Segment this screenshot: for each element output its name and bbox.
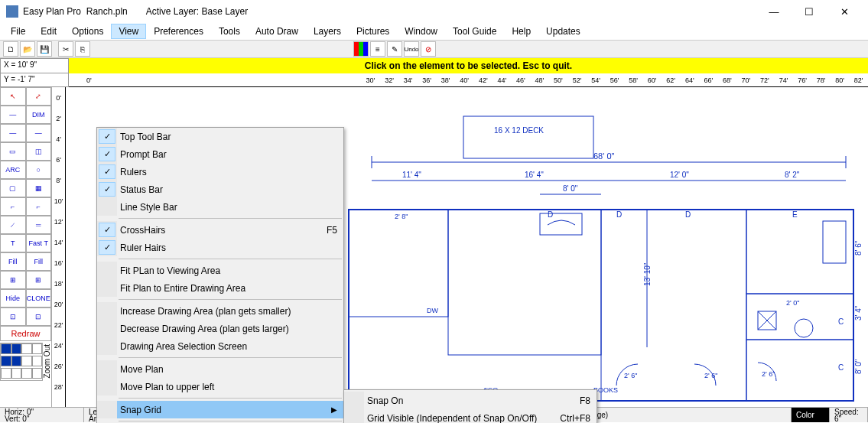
tool-cell[interactable]: ⊞ — [0, 271, 26, 289]
tool-cell[interactable]: Fast T — [26, 234, 52, 252]
tool-cell[interactable]: ═ — [26, 216, 52, 234]
tool-cell[interactable]: ↖ — [0, 87, 26, 106]
tool-cell[interactable]: — — [26, 124, 52, 142]
menu-item[interactable]: ✓Ruler Hairs — [97, 239, 343, 256]
status-color[interactable]: Color — [792, 408, 830, 422]
view-dropdown-menu[interactable]: ✓Top Tool Bar✓Prompt Bar✓Rulers✓Status B… — [96, 127, 344, 423]
menu-tools[interactable]: Tools — [211, 24, 248, 39]
menu-item[interactable]: Move Plan — [97, 360, 343, 378]
svg-text:16 X 12 DECK: 16 X 12 DECK — [494, 126, 544, 135]
menu-pictures[interactable]: Pictures — [349, 24, 397, 39]
tool-cell[interactable]: — — [0, 106, 26, 124]
tool-cell[interactable]: DIM — [26, 106, 52, 124]
undo-icon[interactable]: Undo — [404, 41, 419, 57]
svg-text:13' 10": 13' 10" — [643, 262, 652, 286]
menu-layers[interactable]: Layers — [306, 24, 349, 39]
menu-autodraw[interactable]: Auto Draw — [248, 24, 306, 39]
close-button[interactable]: ✕ — [827, 0, 862, 23]
color-swatch[interactable] — [1, 356, 11, 366]
tool-cell[interactable]: ⊞ — [26, 271, 52, 289]
tool-cell[interactable]: ⌐ — [26, 197, 52, 216]
tool-cell[interactable]: ⊡ — [26, 307, 52, 326]
menu-item[interactable]: Snap Grid▶ — [97, 401, 343, 418]
prompt-bar: Click on the element to be selected. Esc… — [69, 58, 868, 73]
menu-item[interactable]: ✓CrossHairsF5 — [97, 221, 343, 239]
tool-cell[interactable]: Fill — [0, 252, 26, 271]
menu-updates[interactable]: Updates — [538, 24, 588, 39]
svg-text:12' 0": 12' 0" — [670, 171, 689, 179]
copy-icon[interactable]: ⎘ — [75, 41, 90, 57]
menu-view[interactable]: View — [111, 24, 146, 39]
minimize-button[interactable]: — — [756, 0, 792, 23]
color-swatch[interactable] — [11, 356, 22, 366]
svg-text:16' 4": 16' 4" — [525, 171, 544, 179]
color-swatch[interactable] — [21, 368, 32, 379]
menu-item[interactable]: Increase Drawing Area (plan gets smaller… — [97, 302, 343, 320]
open-icon[interactable]: 📂 — [20, 41, 35, 57]
highlight-icon[interactable]: ✎ — [387, 41, 402, 57]
svg-rect-17 — [746, 210, 853, 294]
menu-item[interactable]: Move Plan to upper left — [97, 378, 343, 395]
svg-text:C: C — [838, 317, 844, 326]
menu-item[interactable]: ✓Top Tool Bar — [97, 128, 343, 145]
tool-cell[interactable]: ▭ — [0, 142, 26, 161]
redraw-button[interactable]: Redraw — [0, 326, 51, 341]
submenu-item[interactable]: Snap OnF8 — [344, 392, 597, 409]
maximize-button[interactable]: ☐ — [792, 0, 827, 23]
svg-text:D: D — [548, 210, 553, 219]
tool-cell[interactable]: CLONE — [26, 289, 52, 307]
svg-rect-30 — [540, 213, 582, 235]
snap-grid-submenu[interactable]: Snap OnF8Grid Visible (Independent of Sn… — [343, 389, 597, 423]
menu-item[interactable]: ✓Status Bar — [97, 181, 343, 198]
tool-cell[interactable]: ⤢ — [26, 87, 52, 106]
coord-y: Y = -1' 7" — [0, 73, 69, 87]
tool-cell[interactable]: ○ — [26, 161, 52, 179]
svg-rect-15 — [448, 210, 601, 355]
cut-icon[interactable]: ✂ — [58, 41, 73, 57]
tool-cell[interactable]: ▦ — [26, 179, 52, 197]
menu-item[interactable]: Fit Plan to Entire Drawing Area — [97, 279, 343, 297]
tool-cell[interactable]: — — [0, 124, 26, 142]
menu-edit[interactable]: Edit — [33, 24, 64, 39]
menu-item[interactable]: Fit PLan to Viewing Area — [97, 262, 343, 279]
new-icon[interactable]: 🗋 — [3, 41, 18, 57]
menu-options[interactable]: Options — [64, 24, 111, 39]
color-swatch[interactable] — [21, 343, 32, 354]
tool-cell[interactable]: Hide — [0, 289, 26, 307]
zoom-out-button[interactable]: Zoom Out — [43, 344, 51, 378]
tool-cell[interactable]: ⌐ — [0, 197, 26, 216]
submenu-item[interactable]: Grid Visible (Independent of Snap On/Off… — [344, 409, 597, 423]
tool-cell[interactable]: ▢ — [0, 179, 26, 197]
color-swatch[interactable] — [11, 343, 22, 354]
color-swatch[interactable] — [32, 356, 43, 366]
menu-item[interactable]: Decrease Drawing Area (plan gets larger) — [97, 320, 343, 337]
list-icon[interactable]: ≡ — [370, 41, 385, 57]
menu-preferences[interactable]: Preferences — [146, 24, 211, 39]
svg-text:3' 4": 3' 4" — [854, 305, 863, 321]
menu-item[interactable]: Drawing Area Selection Screen — [97, 337, 343, 355]
no-icon[interactable]: ⊘ — [421, 41, 436, 57]
menu-toolguide[interactable]: Tool Guide — [445, 24, 504, 39]
color-swatch[interactable] — [1, 343, 11, 354]
tool-cell[interactable]: ARC — [0, 161, 26, 179]
menu-help[interactable]: Help — [504, 24, 538, 39]
tool-cell[interactable]: ◫ — [26, 142, 52, 161]
menu-item[interactable]: ✓Rulers — [97, 163, 343, 181]
menu-item[interactable]: Line Style Bar — [97, 198, 343, 216]
tool-cell[interactable]: Fill — [26, 252, 52, 271]
tool-cell[interactable]: T — [0, 234, 26, 252]
color-swatch[interactable] — [21, 356, 32, 366]
tool-cell[interactable]: ⟋ — [0, 216, 26, 234]
color-swatch[interactable] — [1, 368, 11, 379]
color-swatch[interactable] — [32, 343, 43, 354]
save-icon[interactable]: 💾 — [37, 41, 52, 57]
coord-x: X = 10' 9" — [0, 58, 69, 73]
tool-cell[interactable]: ⊡ — [0, 307, 26, 326]
color-palette[interactable] — [0, 343, 43, 381]
menu-file[interactable]: File — [3, 24, 33, 39]
color-swatch[interactable] — [32, 368, 43, 379]
menu-item[interactable]: ✓Prompt Bar — [97, 145, 343, 163]
color-swatch[interactable] — [11, 368, 22, 379]
rgb-icon[interactable] — [353, 41, 369, 57]
menu-window[interactable]: Window — [397, 24, 445, 39]
